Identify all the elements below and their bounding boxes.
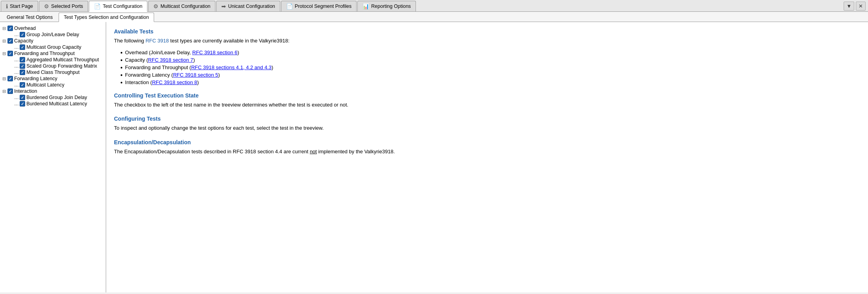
expand-forwarding-throughput[interactable]: ⊟ xyxy=(2,51,6,56)
label-forwarding-throughput[interactable]: Forwarding and Throughput xyxy=(14,51,75,56)
expand-capacity[interactable]: ⊟ xyxy=(2,39,6,44)
rfc3918-section5-link[interactable]: RFC 3918 section 5 xyxy=(173,72,218,78)
config-icon: 📄 xyxy=(94,3,101,9)
available-tests-intro: The following RFC 3918 test types are cu… xyxy=(114,37,860,45)
tree-item-burdened-latency: …… Burdened Multicast Latency xyxy=(2,101,104,107)
tree-item-scaled-group: …… Scaled Group Forwarding Matrix xyxy=(2,63,104,69)
expand-interaction[interactable]: ⊟ xyxy=(2,89,6,94)
rfc3918-section7-link[interactable]: RFC 3918 section 7 xyxy=(148,57,193,63)
connector-burdened-latency: …… xyxy=(7,101,18,107)
label-multicast-group-capacity[interactable]: Multicast Group Capacity xyxy=(26,44,81,50)
tree-item-interaction: ⊟ Interaction xyxy=(2,88,104,94)
connector-group-join-leave: …… xyxy=(7,32,18,37)
list-item-forwarding-latency: Forwarding Latency (RFC 3918 section 5) xyxy=(120,72,860,78)
label-mixed-class[interactable]: Mixed Class Throughput xyxy=(26,70,79,75)
tab-test-configuration-label: Test Configuration xyxy=(103,4,142,9)
list-item-overhead: Overhead (Join/Leave Delay, RFC 3918 sec… xyxy=(120,50,860,55)
tab-bar: ℹ Start Page ⚙ Selected Ports 📄 Test Con… xyxy=(0,0,868,12)
tree-item-forwarding-latency: ⊟ Forwarding Latency xyxy=(2,75,104,82)
main-content: ⊟ Overhead …… Group Join/Leave Delay ⊟ C… xyxy=(0,22,868,292)
connector-burdened-join: …… xyxy=(7,95,18,100)
list-item-capacity: Capacity (RFC 3918 section 7) xyxy=(120,57,860,63)
tree-item-overhead: ⊟ Overhead xyxy=(2,25,104,31)
tab-selected-ports[interactable]: ⚙ Selected Ports xyxy=(39,1,88,11)
checkbox-aggregated-multicast[interactable] xyxy=(20,57,25,62)
rfc3918-section6-link[interactable]: RFC 3918 section 6 xyxy=(192,50,237,55)
configuring-tests-body: To inspect and optionally change the tes… xyxy=(114,124,860,132)
bullet-capacity: Capacity (RFC 3918 section 7) xyxy=(125,57,195,63)
ports-icon: ⚙ xyxy=(44,3,49,9)
label-interaction[interactable]: Interaction xyxy=(14,88,37,94)
bullet-forwarding-latency: Forwarding Latency (RFC 3918 section 5) xyxy=(125,72,220,78)
encapsulation-body: The Encapsulation/Decapsulation tests de… xyxy=(114,148,860,156)
tab-reporting-options[interactable]: 📊 Reporting Options xyxy=(357,1,416,11)
controlling-test-body: The checkbox to the left of the test nam… xyxy=(114,101,860,109)
checkbox-forwarding-throughput[interactable] xyxy=(7,51,13,56)
tree-item-capacity: ⊟ Capacity xyxy=(2,38,104,44)
checkbox-multicast-group-capacity[interactable] xyxy=(20,44,25,50)
tab-protocol-segment-profiles-label: Protocol Segment Profiles xyxy=(295,4,352,9)
rfc3918-link-intro[interactable]: RFC 3918 xyxy=(145,38,169,44)
checkbox-scaled-group[interactable] xyxy=(20,63,25,69)
label-capacity[interactable]: Capacity xyxy=(14,38,33,44)
tab-start-page[interactable]: ℹ Start Page xyxy=(1,1,38,11)
tab-controls: ▼ ✕ xyxy=(844,2,867,11)
tree-item-group-join-leave: …… Group Join/Leave Delay xyxy=(2,31,104,38)
tab-start-page-label: Start Page xyxy=(10,4,33,9)
sub-tab-general-label: General Test Options xyxy=(7,15,53,20)
list-item-forwarding-throughput: Forwarding and Throughput (RFC 3918 sect… xyxy=(120,64,860,70)
multicast-icon: ⚙ xyxy=(153,3,158,9)
controlling-test-title: Controlling Test Execution State xyxy=(114,92,860,99)
checkbox-interaction[interactable] xyxy=(7,88,13,94)
checkbox-mixed-class[interactable] xyxy=(20,70,25,75)
sub-tab-general-test-options[interactable]: General Test Options xyxy=(2,13,58,22)
expand-forwarding-latency[interactable]: ⊟ xyxy=(2,76,6,81)
sub-tab-bar: General Test Options Test Types Selectio… xyxy=(0,12,868,22)
label-overhead[interactable]: Overhead xyxy=(14,26,36,31)
rfc3918-sections4-link[interactable]: RFC 3918 sections 4.1, 4.2 and 4.3 xyxy=(191,64,272,70)
tab-protocol-segment-profiles[interactable]: 📄 Protocol Segment Profiles xyxy=(281,1,357,11)
tree-item-multicast-latency: …… Multicast Latency xyxy=(2,82,104,88)
connector-scaled-group: …… xyxy=(7,64,18,69)
checkbox-burdened-join[interactable] xyxy=(20,95,25,100)
connector-multicast-group-capacity: …… xyxy=(7,45,18,50)
section-controlling-test: Controlling Test Execution State The che… xyxy=(114,92,860,109)
label-scaled-group[interactable]: Scaled Group Forwarding Matrix xyxy=(26,63,97,69)
list-item-interaction: Interaction (RFC 3918 section 8) xyxy=(120,79,860,85)
available-tests-list: Overhead (Join/Leave Delay, RFC 3918 sec… xyxy=(120,50,860,85)
tab-reporting-options-label: Reporting Options xyxy=(371,4,411,9)
tab-arrow-button[interactable]: ▼ xyxy=(844,2,854,11)
checkbox-multicast-latency[interactable] xyxy=(20,82,25,88)
tree-item-forwarding-throughput: ⊟ Forwarding and Throughput xyxy=(2,50,104,57)
info-icon: ℹ xyxy=(6,3,8,9)
label-multicast-latency[interactable]: Multicast Latency xyxy=(26,82,64,88)
checkbox-overhead[interactable] xyxy=(7,26,13,31)
checkbox-group-join-leave[interactable] xyxy=(20,32,25,37)
section-configuring-tests: Configuring Tests To inspect and optiona… xyxy=(114,116,860,132)
tab-multicast-configuration[interactable]: ⚙ Multicast Configuration xyxy=(148,1,215,11)
expand-overhead[interactable]: ⊟ xyxy=(2,26,6,31)
label-burdened-latency[interactable]: Burdened Multicast Latency xyxy=(26,101,87,107)
tab-selected-ports-label: Selected Ports xyxy=(51,4,83,9)
encapsulation-title: Encapsulation/Decapsulation xyxy=(114,139,860,145)
label-forwarding-latency[interactable]: Forwarding Latency xyxy=(14,76,57,81)
sub-tab-test-types-label: Test Types Selection and Configuration xyxy=(64,15,149,20)
tab-close-button[interactable]: ✕ xyxy=(856,2,866,11)
label-burdened-join[interactable]: Burdened Group Join Delay xyxy=(26,95,87,100)
sub-tab-test-types-selection[interactable]: Test Types Selection and Configuration xyxy=(59,13,154,22)
tab-unicast-configuration[interactable]: ➡ Unicast Configuration xyxy=(216,1,280,11)
rfc3918-section8-link[interactable]: RFC 3918 section 8 xyxy=(152,79,197,85)
bullet-overhead: Overhead (Join/Leave Delay, RFC 3918 sec… xyxy=(125,50,239,55)
label-group-join-leave[interactable]: Group Join/Leave Delay xyxy=(26,32,79,37)
tab-unicast-configuration-label: Unicast Configuration xyxy=(228,4,275,9)
protocol-icon: 📄 xyxy=(286,3,293,9)
checkbox-burdened-latency[interactable] xyxy=(20,101,25,107)
bullet-forwarding-throughput: Forwarding and Throughput (RFC 3918 sect… xyxy=(125,64,273,70)
tab-multicast-configuration-label: Multicast Configuration xyxy=(160,4,210,9)
tree-item-burdened-join: …… Burdened Group Join Delay xyxy=(2,94,104,101)
tab-test-configuration[interactable]: 📄 Test Configuration xyxy=(89,1,147,12)
checkbox-capacity[interactable] xyxy=(7,38,13,44)
checkbox-forwarding-latency[interactable] xyxy=(7,76,13,81)
reporting-icon: 📊 xyxy=(362,3,369,9)
label-aggregated-multicast[interactable]: Aggregated Multicast Throughput xyxy=(26,57,99,62)
